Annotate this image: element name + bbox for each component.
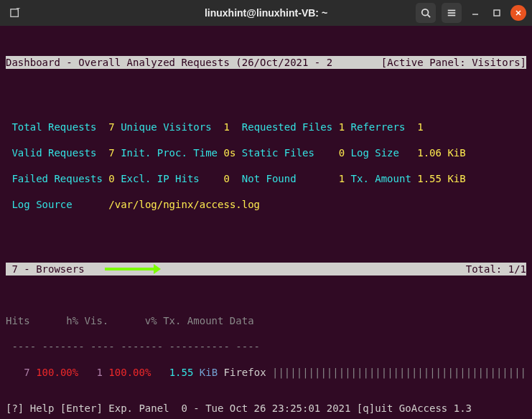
svg-line-4 xyxy=(428,15,431,18)
annotation-arrow-icon xyxy=(105,268,155,270)
stats-row-2: Valid Requests 7 Init. Proc. Time 0s Sta… xyxy=(6,146,526,159)
minimize-button[interactable] xyxy=(467,5,483,21)
maximize-button[interactable] xyxy=(489,5,505,21)
window-titlebar: linuxhint@linuxhint-VB: ~ xyxy=(0,0,532,26)
panel-browsers-divider: ---- ------- ---- ------- ---------- ---… xyxy=(6,340,526,353)
terminal-content[interactable]: Dashboard - Overall Analyzed Requests (2… xyxy=(0,26,532,419)
status-bar: [?] Help [Enter] Exp. Panel 0 - Tue Oct … xyxy=(6,402,526,415)
svg-rect-9 xyxy=(494,10,500,16)
panel-browsers-header: 7 - Browsers Total: 1/1 xyxy=(6,263,526,276)
new-tab-button[interactable] xyxy=(6,4,24,22)
dashboard-header-right: [Active Panel: Visitors] xyxy=(381,56,526,69)
dashboard-header-left: Dashboard - Overall Analyzed Requests (2… xyxy=(6,56,332,69)
dashboard-header: Dashboard - Overall Analyzed Requests (2… xyxy=(6,56,526,69)
svg-rect-0 xyxy=(11,9,19,17)
stats-row-4: Log Source /var/log/nginx/access.log xyxy=(6,198,526,211)
stats-row-1: Total Requests 7 Unique Visitors 1 Reque… xyxy=(6,121,526,133)
menu-button[interactable] xyxy=(442,3,462,23)
svg-point-3 xyxy=(422,9,429,16)
close-button[interactable] xyxy=(510,5,526,21)
panel-browsers-columns: Hits h% Vis. v% Tx. Amount Data xyxy=(6,314,526,327)
search-button[interactable] xyxy=(416,3,436,23)
stats-row-3: Failed Requests 0 Excl. IP Hits 0 Not Fo… xyxy=(6,172,526,185)
panel-browsers-row: 7 100.00% 1 100.00% 1.55 KiB Firefox |||… xyxy=(6,366,526,379)
